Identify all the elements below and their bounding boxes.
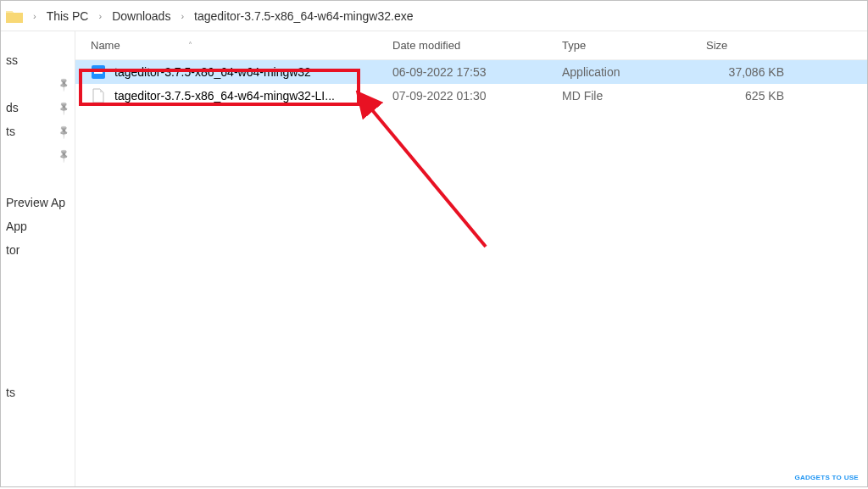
breadcrumb-item-current[interactable]: tageditor-3.7.5-x86_64-w64-mingw32.exe — [191, 8, 416, 25]
file-name: tageditor-3.7.5-x86_64-w64-mingw32-LI... — [114, 89, 335, 103]
sidebar-item[interactable]: tor — [1, 238, 75, 262]
folder-icon — [6, 9, 23, 23]
breadcrumb-item-downloads[interactable]: Downloads — [108, 8, 174, 25]
sidebar-item[interactable]: ds📌 — [1, 96, 75, 119]
sort-caret-icon: ˄ — [188, 41, 192, 50]
sidebar-item-label: ss — [6, 53, 18, 67]
document-icon — [91, 88, 106, 103]
file-name: tageditor-3.7.5-x86_64-w64-mingw32 — [114, 65, 311, 79]
chevron-right-icon: › — [98, 11, 102, 21]
file-type: MD File — [547, 89, 691, 103]
file-date: 06-09-2022 17:53 — [377, 65, 547, 79]
file-list: Name ˄ Date modified Type Size tageditor… — [75, 31, 867, 486]
sidebar-item[interactable]: 📌 — [1, 72, 75, 96]
application-icon — [91, 64, 106, 80]
file-type: Application — [547, 65, 691, 79]
pin-icon: 📌 — [55, 147, 71, 163]
chevron-right-icon: › — [33, 11, 36, 21]
navigation-pane[interactable]: ss📌ds📌ts📌📌Preview ApApptortstsds — [1, 31, 75, 486]
column-header-name-label: Name — [91, 39, 120, 52]
sidebar-item-label: Preview Ap — [6, 196, 65, 209]
sidebar-item[interactable]: App — [1, 214, 75, 238]
sidebar-item[interactable] — [1, 428, 75, 452]
breadcrumb[interactable]: › This PC › Downloads › tageditor-3.7.5-… — [1, 1, 867, 31]
table-row[interactable]: tageditor-3.7.5-x86_64-w64-mingw32-LI...… — [75, 84, 867, 108]
column-header-type[interactable]: Type — [547, 39, 691, 52]
file-size: 625 KB — [691, 89, 835, 103]
sidebar-item-label: App — [6, 219, 27, 233]
file-date: 07-09-2022 01:30 — [377, 89, 547, 103]
breadcrumb-item-this-pc[interactable]: This PC — [43, 8, 92, 25]
file-size: 37,086 KB — [691, 65, 835, 79]
pin-icon: 📌 — [55, 99, 71, 115]
pin-icon: 📌 — [55, 75, 71, 92]
column-header-size[interactable]: Size — [691, 39, 835, 52]
chevron-right-icon: › — [181, 11, 184, 21]
sidebar-item[interactable]: ts📌 — [1, 119, 75, 143]
sidebar-item-label: tor — [6, 243, 19, 257]
column-headers[interactable]: Name ˄ Date modified Type Size — [75, 31, 867, 60]
sidebar-item[interactable]: ts — [1, 381, 75, 404]
sidebar-item[interactable] — [1, 286, 75, 309]
svg-rect-2 — [94, 72, 103, 74]
column-header-name[interactable]: Name ˄ — [75, 39, 377, 52]
pin-icon: 📌 — [55, 123, 71, 139]
sidebar-item[interactable]: 📌 — [1, 143, 75, 167]
svg-rect-1 — [94, 69, 103, 70]
table-row[interactable]: tageditor-3.7.5-x86_64-w64-mingw3206-09-… — [75, 60, 867, 84]
sidebar-item[interactable]: Preview Ap — [1, 191, 75, 214]
column-header-date[interactable]: Date modified — [377, 39, 547, 52]
sidebar-item-label: ts — [6, 386, 15, 399]
sidebar-item-label: ts — [6, 125, 15, 138]
sidebar-item-label: ds — [6, 101, 19, 114]
watermark: GADGETS TO USE — [794, 474, 859, 481]
sidebar-item[interactable]: ss — [1, 48, 75, 72]
